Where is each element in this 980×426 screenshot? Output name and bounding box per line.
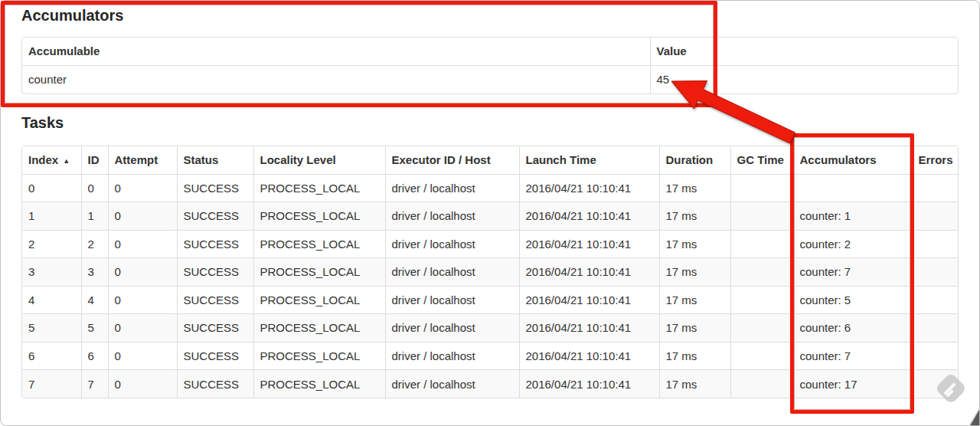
task-row: 5 5 0 SUCCESS PROCESS_LOCAL driver / loc… — [22, 314, 959, 342]
task-locality-cell: PROCESS_LOCAL — [253, 258, 385, 287]
task-attempt-cell: 0 — [108, 314, 177, 342]
mouse-cursor — [968, 406, 980, 426]
task-row: 2 2 0 SUCCESS PROCESS_LOCAL driver / loc… — [22, 230, 959, 258]
col-header-accumulators[interactable]: Accumulators — [793, 146, 912, 174]
task-attempt-cell: 0 — [108, 370, 177, 398]
task-attempt-cell: 0 — [108, 230, 177, 258]
task-row: 4 4 0 SUCCESS PROCESS_LOCAL driver / loc… — [22, 286, 959, 314]
col-header-executor-id-host[interactable]: Executor ID / Host — [385, 146, 519, 174]
col-header-status[interactable]: Status — [177, 146, 253, 174]
col-header-duration[interactable]: Duration — [659, 146, 730, 174]
task-id-cell: 4 — [81, 286, 108, 314]
accumulators-section-title: Accumulators — [21, 7, 123, 25]
task-id-cell: 2 — [81, 230, 108, 258]
task-duration-cell: 17 ms — [659, 314, 730, 342]
tasks-header-row: Index▲ ID Attempt Status Locality Level … — [22, 146, 959, 174]
col-header-index[interactable]: Index▲ — [22, 146, 81, 174]
task-row: 1 1 0 SUCCESS PROCESS_LOCAL driver / loc… — [22, 202, 959, 231]
task-locality-cell: PROCESS_LOCAL — [253, 230, 385, 258]
accumulable-name-cell: counter — [22, 65, 650, 93]
sort-ascending-icon: ▲ — [63, 157, 70, 165]
task-duration-cell: 17 ms — [659, 370, 730, 398]
task-accumulators-cell: counter: 7 — [793, 258, 912, 287]
task-errors-cell — [912, 286, 959, 314]
task-errors-cell — [912, 342, 959, 370]
task-gc-time-cell — [730, 342, 793, 370]
task-accumulators-cell — [793, 174, 912, 202]
task-executor-cell: driver / localhost — [385, 202, 519, 231]
task-attempt-cell: 0 — [108, 286, 177, 314]
accumulators-table: Accumulable Value counter 45 — [21, 37, 959, 94]
task-launch-time-cell: 2016/04/21 10:10:41 — [519, 202, 659, 231]
task-launch-time-cell: 2016/04/21 10:10:41 — [519, 230, 659, 258]
task-id-cell: 7 — [81, 370, 108, 398]
task-attempt-cell: 0 — [108, 342, 177, 370]
col-header-value[interactable]: Value — [650, 38, 959, 65]
task-attempt-cell: 0 — [108, 202, 177, 231]
accumulable-value-cell: 45 — [650, 65, 959, 93]
task-index-cell: 5 — [22, 314, 81, 342]
task-status-cell: SUCCESS — [177, 230, 253, 258]
task-accumulators-cell: counter: 6 — [793, 314, 912, 342]
task-row: 6 6 0 SUCCESS PROCESS_LOCAL driver / loc… — [22, 342, 959, 370]
task-id-cell: 1 — [81, 202, 108, 231]
task-row: 0 0 0 SUCCESS PROCESS_LOCAL driver / loc… — [22, 174, 959, 202]
task-executor-cell: driver / localhost — [385, 258, 519, 287]
col-header-index-label: Index — [28, 153, 58, 166]
task-locality-cell: PROCESS_LOCAL — [253, 342, 385, 370]
col-header-gc-time[interactable]: GC Time — [730, 146, 793, 174]
task-executor-cell: driver / localhost — [385, 370, 519, 398]
task-locality-cell: PROCESS_LOCAL — [253, 370, 385, 398]
task-status-cell: SUCCESS — [177, 258, 253, 287]
watermark-icon — [931, 369, 971, 408]
col-header-id[interactable]: ID — [81, 146, 108, 174]
task-duration-cell: 17 ms — [659, 202, 730, 231]
task-accumulators-cell: counter: 1 — [793, 202, 912, 231]
task-index-cell: 0 — [22, 174, 81, 202]
task-errors-cell — [912, 258, 959, 287]
task-row: 7 7 0 SUCCESS PROCESS_LOCAL driver / loc… — [22, 370, 959, 398]
task-locality-cell: PROCESS_LOCAL — [253, 174, 385, 202]
task-duration-cell: 17 ms — [659, 174, 730, 202]
tasks-table: Index▲ ID Attempt Status Locality Level … — [21, 146, 959, 398]
task-id-cell: 3 — [81, 258, 108, 287]
col-header-attempt[interactable]: Attempt — [108, 146, 177, 174]
task-status-cell: SUCCESS — [177, 286, 253, 314]
task-gc-time-cell — [730, 230, 793, 258]
task-index-cell: 6 — [22, 342, 81, 370]
task-executor-cell: driver / localhost — [385, 314, 519, 342]
task-status-cell: SUCCESS — [177, 314, 253, 342]
col-header-accumulable[interactable]: Accumulable — [22, 38, 650, 65]
task-gc-time-cell — [730, 258, 793, 287]
task-id-cell: 0 — [81, 174, 108, 202]
task-executor-cell: driver / localhost — [385, 342, 519, 370]
tasks-table-body: 0 0 0 SUCCESS PROCESS_LOCAL driver / loc… — [22, 174, 959, 398]
task-locality-cell: PROCESS_LOCAL — [253, 202, 385, 231]
task-errors-cell — [912, 314, 959, 342]
task-status-cell: SUCCESS — [177, 174, 253, 202]
task-errors-cell — [912, 202, 959, 231]
task-id-cell: 6 — [81, 342, 108, 370]
task-executor-cell: driver / localhost — [385, 174, 519, 202]
task-gc-time-cell — [730, 314, 793, 342]
col-header-locality-level[interactable]: Locality Level — [253, 146, 385, 174]
task-status-cell: SUCCESS — [177, 370, 253, 398]
task-locality-cell: PROCESS_LOCAL — [253, 314, 385, 342]
task-status-cell: SUCCESS — [177, 342, 253, 370]
task-accumulators-cell: counter: 5 — [793, 286, 912, 314]
task-launch-time-cell: 2016/04/21 10:10:41 — [519, 174, 659, 202]
col-header-launch-time[interactable]: Launch Time — [519, 146, 659, 174]
task-duration-cell: 17 ms — [659, 258, 730, 287]
accumulator-row: counter 45 — [22, 65, 959, 93]
task-accumulators-cell: counter: 17 — [793, 370, 912, 398]
task-launch-time-cell: 2016/04/21 10:10:41 — [519, 314, 659, 342]
task-accumulators-cell: counter: 2 — [793, 230, 912, 258]
task-attempt-cell: 0 — [108, 258, 177, 287]
task-index-cell: 4 — [22, 286, 81, 314]
accumulators-table-body: counter 45 — [22, 65, 959, 93]
col-header-errors[interactable]: Errors — [912, 146, 959, 174]
task-errors-cell — [912, 230, 959, 258]
task-index-cell: 7 — [22, 370, 81, 398]
task-gc-time-cell — [730, 286, 793, 314]
accumulators-header-row: Accumulable Value — [22, 38, 959, 65]
